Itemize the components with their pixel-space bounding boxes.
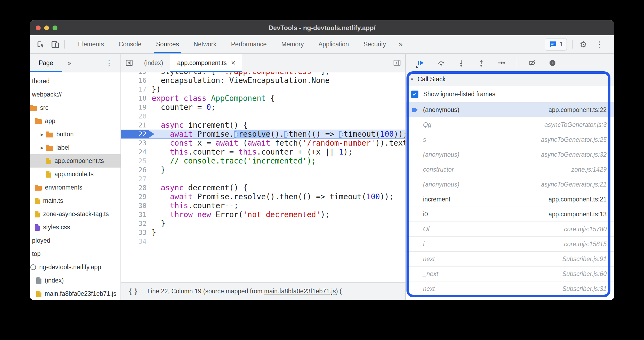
async-step-marker[interactable] xyxy=(339,131,343,138)
kebab-menu-icon[interactable]: ⋮ xyxy=(594,39,605,50)
inspect-icon[interactable] xyxy=(35,39,46,50)
code-text[interactable]: } xyxy=(150,219,405,228)
tree-item-app[interactable]: app xyxy=(30,114,121,128)
call-stack-frame[interactable]: sasyncToGenerator.js:25 xyxy=(406,132,614,147)
code-text[interactable]: throw new Error('not decremented'); xyxy=(150,210,405,219)
tree-item-src[interactable]: src xyxy=(30,101,121,114)
close-icon[interactable]: × xyxy=(231,59,235,67)
line-number[interactable]: 33 xyxy=(121,228,150,237)
tab-performance[interactable]: Performance xyxy=(224,35,274,53)
tree-item-thored[interactable]: thored xyxy=(30,75,121,88)
frame-location[interactable]: app.component.ts:13 xyxy=(548,211,607,218)
pause-on-exceptions-icon[interactable] xyxy=(547,58,558,68)
tree-item-ng-devtools-netlify-app[interactable]: ng-devtools.netlify.app xyxy=(30,261,121,274)
frame-location[interactable]: app.component.ts:22 xyxy=(548,106,607,114)
call-stack-frame[interactable]: incrementapp.component.ts:21 xyxy=(406,192,614,207)
frame-location[interactable]: app.component.ts:21 xyxy=(548,196,607,203)
line-number[interactable]: 25 xyxy=(121,156,150,165)
code-text[interactable]: } xyxy=(150,165,405,174)
frame-location[interactable]: Subscriber.js:31 xyxy=(562,285,607,293)
code-text[interactable]: // console.trace('incremented'); xyxy=(150,156,405,165)
tree-item-main-fa8bfa0e23f1eb71-js[interactable]: main.fa8bfa0e23f1eb71.js xyxy=(30,287,121,300)
tree-item-zone-async-stack-tag-ts[interactable]: zone-async-stack-tag.ts xyxy=(30,207,121,221)
line-number[interactable]: 31 xyxy=(121,210,150,219)
code-text[interactable]: const x = await (await fetch('/random-nu… xyxy=(150,139,405,147)
step-out-icon[interactable] xyxy=(476,58,486,68)
tree-item-index[interactable]: (index) xyxy=(30,274,121,287)
line-number[interactable]: 18 xyxy=(121,94,150,103)
show-debugger-panel-icon[interactable] xyxy=(393,59,401,67)
line-number[interactable]: 19 xyxy=(121,103,150,112)
tree-item-styles-css[interactable]: styles.css xyxy=(30,221,121,234)
tree-item-top[interactable]: top xyxy=(30,247,121,261)
tab-console[interactable]: Console xyxy=(111,35,149,53)
line-number[interactable]: 23 xyxy=(121,139,150,147)
code-text[interactable]: encapsulation: ViewEncapsulation.None xyxy=(150,76,405,85)
tree-item-app-module-ts[interactable]: app.module.ts xyxy=(30,168,121,181)
line-number[interactable]: 22 xyxy=(121,130,150,139)
code-text[interactable] xyxy=(150,112,405,121)
tab-application[interactable]: Application xyxy=(311,35,356,53)
line-number[interactable]: 28 xyxy=(121,183,150,192)
call-stack-frame[interactable]: (anonymous)app.component.ts:22 xyxy=(406,102,614,117)
call-stack-frame[interactable]: nextSubscriber.js:91 xyxy=(406,252,614,267)
call-stack-frame[interactable]: QgasyncToGenerator.js:3 xyxy=(406,117,614,132)
frame-location[interactable]: asyncToGenerator.js:32 xyxy=(541,151,607,158)
line-number[interactable]: 32 xyxy=(121,219,150,228)
minimize-window-button[interactable] xyxy=(44,25,49,30)
line-number[interactable]: 29 xyxy=(121,192,150,201)
code-text[interactable]: async increment() { xyxy=(150,121,405,130)
tab-network[interactable]: Network xyxy=(186,35,224,53)
frame-location[interactable]: Subscriber.js:60 xyxy=(562,270,607,278)
call-stack-frame[interactable]: (anonymous)asyncToGenerator.js:21 xyxy=(406,177,614,192)
more-navigator-tabs-button[interactable]: » xyxy=(67,59,71,67)
tree-item-webpack[interactable]: webpack:// xyxy=(30,88,121,101)
step-into-icon[interactable] xyxy=(456,58,466,68)
line-number[interactable]: 21 xyxy=(121,121,150,130)
code-text[interactable]: await Promise.resolve().then(() => timeo… xyxy=(150,192,405,201)
async-step-marker[interactable] xyxy=(284,131,288,138)
call-stack-frame[interactable]: icore.mjs:15815 xyxy=(406,237,614,252)
async-step-marker[interactable] xyxy=(234,131,238,138)
close-window-button[interactable] xyxy=(36,25,41,30)
device-toolbar-icon[interactable] xyxy=(50,39,61,50)
code-editor[interactable]: 15 styleUrls: [ './app.component.css' ],… xyxy=(121,72,405,282)
line-number[interactable]: 17 xyxy=(121,85,150,94)
deactivate-breakpoints-icon[interactable] xyxy=(527,58,538,68)
code-text[interactable] xyxy=(150,237,405,246)
code-text[interactable]: export class AppComponent { xyxy=(150,94,405,103)
tree-item-main-ts[interactable]: main.ts xyxy=(30,194,121,207)
line-number[interactable]: 34 xyxy=(121,237,150,246)
editor-tab-app-component-ts[interactable]: app.component.ts× xyxy=(170,54,242,72)
frame-location[interactable]: core.mjs:15780 xyxy=(564,226,607,233)
call-stack-frame[interactable]: _nextSubscriber.js:60 xyxy=(406,267,614,281)
call-stack-frame[interactable]: nextSubscriber.js:31 xyxy=(406,281,614,296)
tab-elements[interactable]: Elements xyxy=(71,35,111,53)
format-code-icon[interactable]: { } xyxy=(129,287,138,295)
frame-location[interactable]: core.mjs:15815 xyxy=(564,240,607,248)
tab-memory[interactable]: Memory xyxy=(274,35,311,53)
line-number[interactable]: 30 xyxy=(121,201,150,210)
line-number[interactable]: 26 xyxy=(121,165,150,174)
code-text[interactable]: this.counter = this.counter + (+x || 1); xyxy=(150,147,405,156)
frame-location[interactable]: asyncToGenerator.js:25 xyxy=(541,136,607,143)
line-number[interactable]: 15 xyxy=(121,72,150,76)
hide-navigator-icon[interactable] xyxy=(125,59,133,67)
frame-location[interactable]: asyncToGenerator.js:3 xyxy=(544,121,607,129)
issues-counter[interactable]: 1 xyxy=(545,38,567,51)
maximize-window-button[interactable] xyxy=(53,25,57,30)
frame-location[interactable]: zone.js:1429 xyxy=(571,166,607,173)
editor-tab-index[interactable]: (index) xyxy=(137,54,170,72)
call-stack-frame[interactable]: constructorzone.js:1429 xyxy=(406,162,614,177)
code-text[interactable]: this.counter--; xyxy=(150,201,405,210)
more-tabs-button[interactable]: » xyxy=(393,35,408,53)
frame-location[interactable]: Subscriber.js:91 xyxy=(562,255,607,263)
resume-icon[interactable] xyxy=(416,58,426,68)
call-stack-section-header[interactable]: ▼ Call Stack xyxy=(406,72,614,86)
line-number[interactable]: 24 xyxy=(121,147,150,156)
tree-item-environments[interactable]: environments xyxy=(30,181,121,194)
chevron-right-icon[interactable]: ▶ xyxy=(41,146,46,150)
call-stack-frame[interactable]: i0app.component.ts:13 xyxy=(406,207,614,222)
code-text[interactable] xyxy=(150,174,405,183)
tree-item-ployed[interactable]: ployed xyxy=(30,234,121,247)
